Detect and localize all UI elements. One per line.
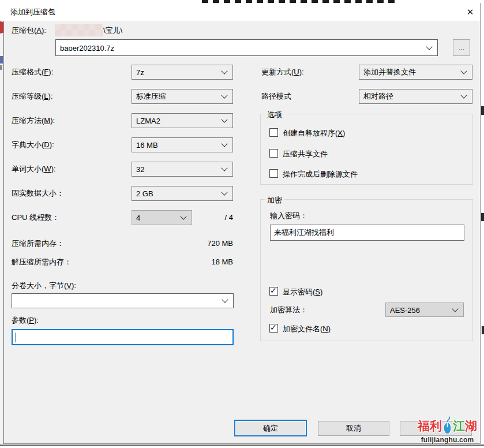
- parameters-label: 参数(P):: [12, 316, 39, 325]
- chevron-down-icon[interactable]: [221, 116, 227, 122]
- logo-char-jiang: 江: [453, 420, 465, 432]
- shared-files-label: 压缩共享文件: [283, 150, 328, 159]
- cpu-threads-select[interactable]: 4: [132, 210, 192, 225]
- chevron-down-icon[interactable]: [221, 92, 227, 98]
- encryption-method-label: 加密算法：: [270, 305, 307, 315]
- solid-block-select[interactable]: 2 GB: [132, 186, 233, 201]
- logo-char-li: 利: [430, 420, 442, 432]
- checkbox-delete-after[interactable]: [269, 169, 278, 178]
- close-icon[interactable]: ✕: [461, 4, 479, 20]
- word-size-label: 单词大小(W):: [12, 165, 56, 174]
- dialog-title: 添加到压缩包: [10, 8, 55, 17]
- parameters-input[interactable]: [12, 329, 234, 345]
- logo-char-fu: 福: [418, 420, 430, 432]
- solid-block-label: 固实数据大小：: [12, 189, 64, 198]
- update-mode-select[interactable]: 添加并替换文件: [359, 65, 472, 80]
- chevron-down-icon[interactable]: [452, 305, 458, 312]
- memory-compress-value: 720 MB: [162, 239, 233, 248]
- create-sfx-label: 创建自释放程序(X): [283, 129, 345, 138]
- checkbox-show-password[interactable]: ✓: [269, 287, 278, 296]
- format-select[interactable]: 7z: [132, 65, 233, 80]
- dictionary-label: 字典大小(D):: [12, 140, 54, 150]
- update-mode-label: 更新方式(U):: [261, 68, 304, 77]
- logo-char-hu: 湖: [465, 420, 477, 432]
- checkbox-shared-files[interactable]: [269, 149, 278, 158]
- dictionary-select[interactable]: 16 MB: [132, 137, 233, 152]
- check-icon: ✓: [270, 323, 277, 332]
- text-caret: [16, 333, 16, 342]
- chevron-down-icon[interactable]: [221, 165, 227, 171]
- background-icon-fragment: [0, 65, 2, 70]
- background-text-fragment: [481, 106, 484, 115]
- archive-name-value: baoer202310.7z: [60, 43, 114, 52]
- format-label: 压缩格式(F):: [12, 68, 53, 77]
- show-password-label: 显示密码(S): [283, 288, 322, 297]
- background-right-sliver: [481, 3, 484, 444]
- chevron-down-icon[interactable]: [221, 189, 227, 195]
- background-text-fragment: [481, 213, 484, 221]
- delete-after-label: 操作完成后删除源文件: [283, 170, 358, 179]
- cancel-button[interactable]: 取消: [318, 421, 389, 436]
- memory-decompress-label: 解压缩所需内存：: [12, 257, 72, 267]
- memory-decompress-value: 18 MB: [162, 257, 233, 266]
- method-select[interactable]: LZMA2: [132, 113, 233, 128]
- cpu-threads-label: CPU 线程数：: [12, 213, 59, 222]
- encrypt-names-label: 加密文件名(N): [283, 324, 331, 334]
- check-icon: ✓: [270, 286, 277, 295]
- logo-domain-text: fulijianghu.com: [411, 436, 484, 444]
- encryption-group-title: 加密: [265, 195, 284, 206]
- chevron-down-icon[interactable]: [180, 213, 186, 219]
- chevron-down-icon[interactable]: [426, 43, 432, 50]
- checkbox-encrypt-names[interactable]: ✓: [269, 324, 278, 333]
- mouse-icon: [442, 416, 452, 435]
- volume-size-combobox[interactable]: [12, 293, 234, 308]
- archive-path-suffix: \宝儿\: [103, 26, 122, 35]
- dialog-titlebar[interactable]: [3, 3, 480, 21]
- screenshot-canvas: 添加到压缩包 ✕ 压缩包(A): \宝儿\ baoer202310.7z ...…: [0, 0, 484, 448]
- encryption-method-select[interactable]: AES-256: [385, 303, 464, 317]
- chevron-down-icon[interactable]: [222, 296, 228, 303]
- path-mode-label: 路径模式: [261, 92, 291, 101]
- chevron-down-icon[interactable]: [221, 68, 227, 74]
- cpu-threads-max: / 4: [202, 213, 233, 222]
- chevron-down-icon[interactable]: [460, 92, 467, 98]
- archive-label: 压缩包(A):: [12, 26, 46, 35]
- method-label: 压缩方法(M):: [12, 116, 55, 125]
- browse-button[interactable]: ...: [453, 39, 470, 56]
- blurred-path-mosaic: [55, 24, 103, 36]
- path-mode-select[interactable]: 相对路径: [359, 89, 472, 104]
- password-label: 输入密码：: [270, 211, 307, 221]
- checkbox-create-sfx[interactable]: [269, 128, 278, 137]
- chevron-down-icon[interactable]: [221, 140, 227, 147]
- background-icon-fragment: [0, 56, 3, 64]
- archive-name-combobox[interactable]: baoer202310.7z: [55, 39, 438, 56]
- level-label: 压缩等级(L):: [12, 92, 53, 101]
- level-select[interactable]: 标准压缩: [132, 89, 233, 104]
- word-size-select[interactable]: 32: [132, 162, 233, 177]
- ok-button[interactable]: 确定: [234, 420, 307, 436]
- password-input[interactable]: [270, 225, 464, 241]
- volume-size-label: 分卷大小，字节(V):: [12, 281, 76, 290]
- background-text-fragment: [482, 326, 484, 334]
- fulijianghu-watermark: 福 利 江 湖 fulijianghu.com: [411, 415, 484, 445]
- memory-compress-label: 压缩所需内存：: [12, 239, 64, 248]
- chevron-down-icon[interactable]: [460, 68, 467, 74]
- options-group-title: 选项: [265, 110, 284, 120]
